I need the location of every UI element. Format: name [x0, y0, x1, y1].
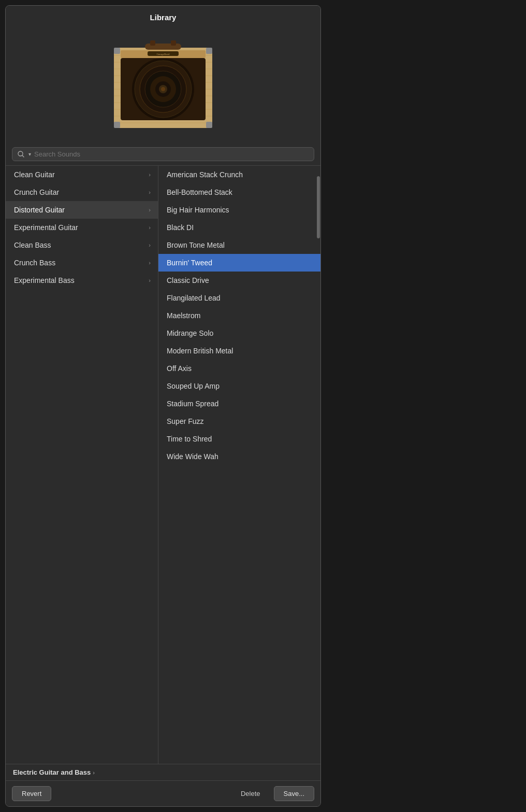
svg-rect-14 [171, 40, 176, 46]
sound-item-brown-tone-metal[interactable]: Brown Tone Metal [158, 236, 320, 254]
category-item-clean-bass[interactable]: Clean Bass› [6, 236, 158, 254]
action-buttons: Revert Delete Save... [6, 780, 320, 806]
sound-label: Off Axis [167, 364, 192, 373]
sound-label: Classic Drive [167, 276, 209, 284]
scrollbar-thumb[interactable] [317, 176, 320, 238]
svg-rect-26 [114, 122, 120, 128]
category-item-crunch-guitar[interactable]: Crunch Guitar› [6, 183, 158, 201]
categories-list: Clean Guitar›Crunch Guitar›Distorted Gui… [6, 166, 158, 764]
right-area [321, 0, 526, 812]
svg-rect-25 [206, 48, 212, 54]
sound-item-classic-drive[interactable]: Classic Drive [158, 272, 320, 289]
sound-item-flangilated-lead[interactable]: Flangilated Lead [158, 289, 320, 307]
sound-item-wide-wide-wah[interactable]: Wide Wide Wah [158, 448, 320, 465]
amp-image-area: GarageBand [6, 27, 320, 144]
chevron-right-icon: › [149, 277, 151, 283]
sound-item-maelstrom[interactable]: Maelstrom [158, 307, 320, 324]
category-label: Crunch Guitar [14, 188, 59, 196]
sound-item-off-axis[interactable]: Off Axis [158, 360, 320, 377]
category-item-experimental-guitar[interactable]: Experimental Guitar› [6, 219, 158, 236]
sound-label: Souped Up Amp [167, 382, 220, 390]
main-container: Library [0, 0, 526, 812]
category-item-distorted-guitar[interactable]: Distorted Guitar› [6, 201, 158, 219]
library-panel: Library [5, 5, 321, 807]
chevron-right-icon: › [149, 260, 151, 266]
chevron-right-icon: › [149, 189, 151, 195]
sound-label: Maelstrom [167, 311, 200, 320]
sound-item-time-to-shred[interactable]: Time to Shred [158, 430, 320, 448]
chevron-right-icon: › [149, 207, 151, 213]
save-button[interactable]: Save... [274, 786, 314, 801]
sound-item-souped-up-amp[interactable]: Souped Up Amp [158, 377, 320, 395]
sound-item-big-hair-harmonics[interactable]: Big Hair Harmonics [158, 201, 320, 219]
buttons-right: Delete Save... [231, 786, 314, 801]
svg-rect-24 [114, 48, 120, 54]
svg-text:GarageBand: GarageBand [157, 53, 170, 55]
panel-title: Library [6, 6, 320, 27]
buttons-left: Revert [12, 786, 51, 801]
category-item-clean-guitar[interactable]: Clean Guitar› [6, 166, 158, 183]
category-item-crunch-bass[interactable]: Crunch Bass› [6, 254, 158, 272]
category-label: Experimental Guitar [14, 223, 78, 232]
sound-label: Brown Tone Metal [167, 241, 225, 249]
search-icon [18, 151, 24, 158]
sound-item-stadium-spread[interactable]: Stadium Spread [158, 395, 320, 412]
sound-item-super-fuzz[interactable]: Super Fuzz [158, 412, 320, 430]
search-bar-container: ▾ [6, 144, 320, 165]
category-label: Clean Guitar [14, 170, 55, 179]
sound-label: Midrange Solo [167, 329, 213, 337]
search-input[interactable] [34, 150, 309, 158]
chevron-right-icon: › [149, 224, 151, 231]
svg-rect-13 [150, 40, 155, 46]
sound-label: Modern British Metal [167, 347, 233, 355]
scrollbar-track[interactable] [316, 166, 320, 764]
sound-label: Bell-Bottomed Stack [167, 188, 232, 196]
sound-label: Burnin' Tweed [167, 259, 212, 267]
sound-label: Black DI [167, 223, 194, 232]
revert-button[interactable]: Revert [12, 786, 51, 801]
sound-label: American Stack Crunch [167, 170, 243, 179]
svg-line-32 [22, 155, 24, 157]
category-label: Clean Bass [14, 241, 51, 249]
sound-item-midrange-solo[interactable]: Midrange Solo [158, 324, 320, 342]
sound-item-modern-british-metal[interactable]: Modern British Metal [158, 342, 320, 360]
breadcrumb-text: Electric Guitar and Bass [13, 768, 91, 776]
category-label: Experimental Bass [14, 276, 75, 284]
search-bar[interactable]: ▾ [12, 147, 314, 161]
search-chevron-icon[interactable]: ▾ [28, 151, 31, 157]
svg-point-23 [161, 87, 165, 91]
sound-label: Super Fuzz [167, 417, 204, 425]
delete-button[interactable]: Delete [231, 787, 270, 801]
category-label: Distorted Guitar [14, 206, 65, 214]
chevron-right-icon: › [149, 242, 151, 248]
category-item-experimental-bass[interactable]: Experimental Bass› [6, 272, 158, 289]
breadcrumb-bar: Electric Guitar and Bass › [6, 764, 320, 780]
sounds-list: American Stack CrunchBell-Bottomed Stack… [158, 166, 320, 764]
sound-item-burnin-tweed[interactable]: Burnin' Tweed [158, 254, 320, 272]
category-label: Crunch Bass [14, 259, 55, 267]
sound-item-american-stack-crunch[interactable]: American Stack Crunch [158, 166, 320, 183]
sound-label: Flangilated Lead [167, 294, 221, 302]
sound-item-bell-bottomed-stack[interactable]: Bell-Bottomed Stack [158, 183, 320, 201]
sound-label: Stadium Spread [167, 400, 218, 408]
chevron-right-icon: › [149, 172, 151, 178]
sound-label: Time to Shred [167, 435, 212, 443]
svg-rect-27 [206, 122, 212, 128]
list-section: Clean Guitar›Crunch Guitar›Distorted Gui… [6, 165, 320, 764]
sound-label: Wide Wide Wah [167, 452, 218, 461]
amp-image: GarageBand [106, 32, 220, 136]
sound-item-black-di[interactable]: Black DI [158, 219, 320, 236]
breadcrumb-arrow-icon: › [93, 770, 95, 776]
sound-label: Big Hair Harmonics [167, 206, 229, 214]
